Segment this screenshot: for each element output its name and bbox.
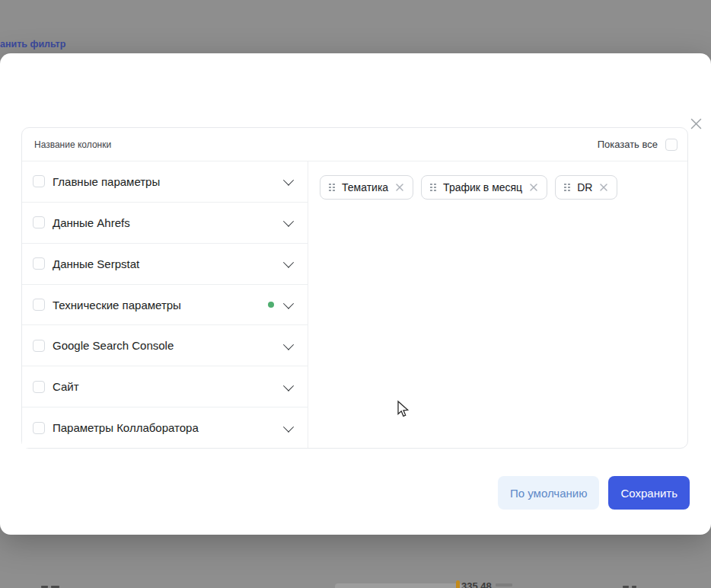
column-groups-list: Главные параметры Данные Ahrefs Данные S… xyxy=(22,161,308,448)
group-checkbox[interactable] xyxy=(33,175,45,187)
default-button[interactable]: По умолчанию xyxy=(498,476,599,510)
group-row-serpstat[interactable]: Данные Serpstat xyxy=(22,244,308,285)
group-checkbox[interactable] xyxy=(33,257,45,270)
group-row-site[interactable]: Сайт xyxy=(22,366,308,407)
chip-label: Тематика xyxy=(342,181,388,193)
group-label: Данные Serpstat xyxy=(53,257,139,270)
group-row-google-search-console[interactable]: Google Search Console xyxy=(22,325,308,366)
chip-label: DR xyxy=(577,181,592,193)
close-button[interactable] xyxy=(689,117,703,130)
show-all-label: Показать все xyxy=(598,139,658,150)
close-icon xyxy=(396,184,403,191)
chevron-down-icon[interactable] xyxy=(283,380,294,391)
save-button[interactable]: Сохранить xyxy=(608,476,690,510)
chip-remove-button[interactable] xyxy=(529,183,538,192)
close-icon xyxy=(600,184,607,191)
background-metric-value: 335.48 xyxy=(461,581,492,588)
chevron-down-icon[interactable] xyxy=(283,175,294,186)
chip-tematika[interactable]: Тематика xyxy=(320,175,413,200)
group-checkbox[interactable] xyxy=(33,216,45,228)
group-row-collaborator-params[interactable]: Параметры Коллаборатора xyxy=(22,407,308,448)
chevron-down-icon[interactable] xyxy=(283,216,294,227)
columns-panel: Название колонки Показать все Главные па… xyxy=(21,127,688,449)
chip-label: Трафик в месяц xyxy=(443,181,522,193)
drag-handle-icon[interactable] xyxy=(329,183,335,192)
close-icon xyxy=(690,118,702,129)
chip-dr[interactable]: DR xyxy=(555,175,617,200)
group-row-main-params[interactable]: Главные параметры xyxy=(22,161,308,203)
group-checkbox[interactable] xyxy=(33,381,45,393)
table-settings-modal: Настройки таблицы Название колонки Показ… xyxy=(0,53,711,535)
group-row-ahrefs[interactable]: Данные Ahrefs xyxy=(22,203,308,244)
group-row-technical-params[interactable]: Технические параметры xyxy=(22,285,308,326)
group-label: Сайт xyxy=(53,380,79,393)
chevron-down-icon[interactable] xyxy=(283,421,294,432)
background-table-badge xyxy=(335,583,462,588)
chevron-down-icon[interactable] xyxy=(283,339,294,350)
chevron-down-icon[interactable] xyxy=(283,299,294,309)
chevron-down-icon[interactable] xyxy=(283,257,294,268)
background-text-fragment xyxy=(496,583,512,586)
metric-flame-icon xyxy=(456,580,460,588)
group-checkbox[interactable] xyxy=(33,422,45,434)
group-label: Google Search Console xyxy=(53,339,174,352)
column-name-header: Название колонки xyxy=(34,139,111,150)
group-label: Данные Ahrefs xyxy=(53,216,130,229)
status-dot-icon xyxy=(268,302,274,308)
show-all-control: Показать все xyxy=(598,139,678,151)
save-filter-link[interactable]: анить фильтр xyxy=(0,39,65,50)
show-all-checkbox[interactable] xyxy=(665,139,678,151)
close-icon xyxy=(530,184,537,191)
drag-handle-icon[interactable] xyxy=(564,183,570,192)
group-checkbox[interactable] xyxy=(33,299,45,311)
drag-handle-icon[interactable] xyxy=(430,183,436,192)
group-label: Главные параметры xyxy=(53,175,160,188)
group-label: Технические параметры xyxy=(53,299,181,312)
panel-header: Название колонки Показать все xyxy=(22,128,687,161)
modal-footer: По умолчанию Сохранить xyxy=(498,476,690,510)
panel-body: Главные параметры Данные Ahrefs Данные S… xyxy=(22,161,687,448)
chip-traffic-per-month[interactable]: Трафик в месяц xyxy=(421,175,547,200)
group-checkbox[interactable] xyxy=(33,340,45,352)
chip-remove-button[interactable] xyxy=(395,183,404,192)
chip-remove-button[interactable] xyxy=(599,183,608,192)
selected-columns-area: Тематика Трафик в месяц xyxy=(308,161,687,448)
group-label: Параметры Коллаборатора xyxy=(53,421,199,434)
